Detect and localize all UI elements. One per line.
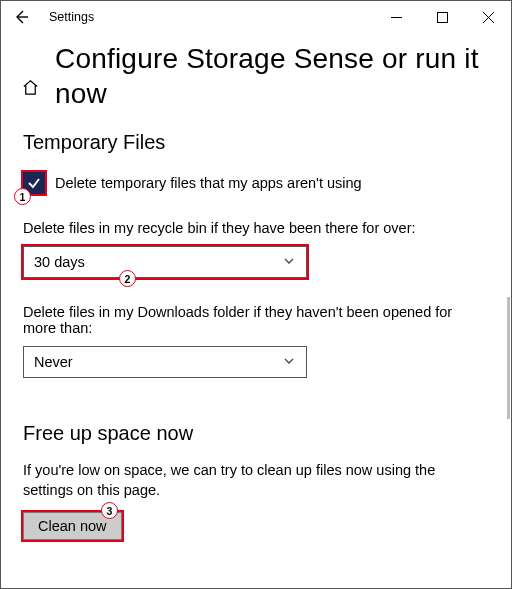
annotation-badge-3: 3 [101,502,118,519]
scrollbar-thumb[interactable] [507,297,510,419]
annotation-badge-2: 2 [119,270,136,287]
downloads-dropdown[interactable]: Never [23,346,307,378]
minimize-button[interactable] [373,1,419,33]
delete-temp-row: 1 Delete temporary files that my apps ar… [23,172,489,194]
close-button[interactable] [465,1,511,33]
recycle-bin-label: Delete files in my recycle bin if they h… [23,220,489,236]
chevron-down-icon [282,354,296,371]
page-header: Configure Storage Sense or run it now [1,33,511,111]
app-name: Settings [49,10,94,24]
svg-rect-2 [437,12,447,22]
maximize-button[interactable] [419,1,465,33]
titlebar: Settings [1,1,511,33]
downloads-label: Delete files in my Downloads folder if t… [23,304,489,336]
free-up-description: If you're low on space, we can try to cl… [23,461,489,500]
back-button[interactable] [7,3,35,31]
annotation-badge-1: 1 [14,188,31,205]
page-title: Configure Storage Sense or run it now [55,41,493,111]
downloads-value: Never [34,354,73,370]
delete-temp-label: Delete temporary files that my apps aren… [55,175,362,191]
window-controls [373,1,511,33]
free-up-heading: Free up space now [23,422,489,445]
content-area: Temporary Files 1 Delete temporary files… [1,111,511,540]
home-icon[interactable] [19,76,41,98]
recycle-bin-value: 30 days [34,254,85,270]
temporary-files-heading: Temporary Files [23,131,489,154]
recycle-bin-dropdown[interactable]: 30 days [23,246,307,278]
chevron-down-icon [282,254,296,271]
